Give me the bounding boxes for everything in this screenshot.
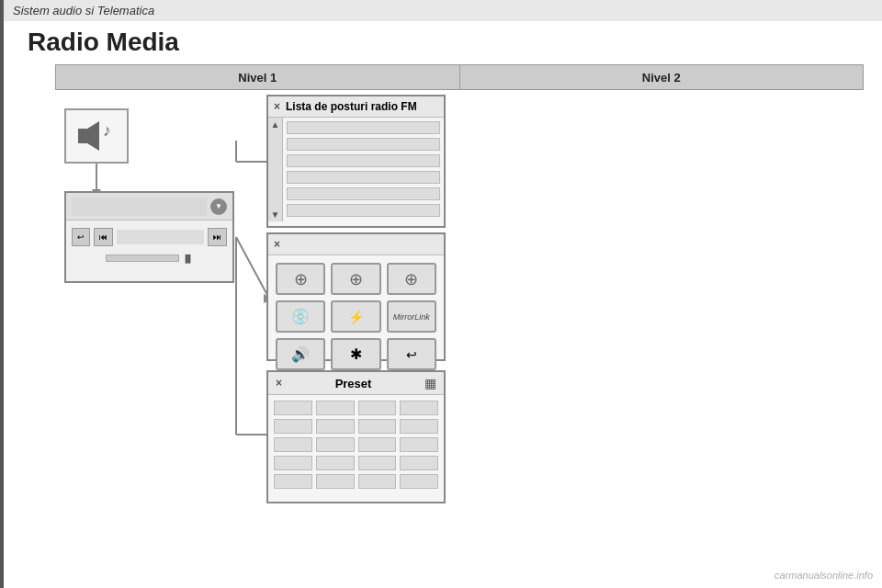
list-item[interactable] — [287, 187, 440, 200]
source-close-btn[interactable]: × — [274, 238, 280, 251]
preset-item[interactable] — [400, 401, 438, 415]
source-media-btn[interactable]: ⊕ — [331, 263, 380, 295]
preset-item[interactable] — [274, 437, 312, 452]
preset-item[interactable] — [274, 456, 312, 470]
source-panel: × ⊕ ⊕ ⊕ 💿 ⚡ MirrorLink — [266, 232, 446, 361]
preset-panel: × Preset ▦ — [266, 370, 446, 503]
source-back-btn[interactable]: ↩ — [387, 338, 436, 370]
fm-list-header: × Lista de posturi radio FM — [268, 96, 444, 118]
connectors — [55, 90, 864, 570]
mirrorlink-icon: MirrorLink — [393, 312, 430, 322]
source-grid: ⊕ ⊕ ⊕ 💿 ⚡ MirrorLink 🔊 ✱ — [268, 255, 444, 378]
preset-title: Preset — [335, 377, 372, 390]
scroll-up-arrow[interactable]: ▲ — [271, 119, 280, 130]
source-cd-btn[interactable]: 💿 — [276, 300, 325, 333]
preset-grid — [268, 395, 444, 494]
bluetooth-icon: ✱ — [350, 345, 362, 363]
media-player-controls: ↩ ⏮ ⏭ — [66, 220, 232, 253]
preset-item[interactable] — [400, 456, 438, 470]
source-nav-btn[interactable]: ⊕ — [387, 263, 436, 295]
list-item[interactable] — [287, 138, 440, 151]
level1-header: Nivel 1 — [56, 65, 460, 89]
level2-header: Nivel 2 — [460, 65, 864, 89]
source-aux-btn[interactable]: 🔊 — [276, 338, 325, 370]
usb-icon: ⚡ — [348, 310, 364, 324]
next-icon: ⏭ — [213, 232, 221, 242]
radio-icon-box: ♪ — [64, 108, 129, 164]
preset-item[interactable] — [316, 437, 355, 452]
preset-item[interactable] — [274, 419, 312, 434]
fm-list-title: Lista de posturi radio FM — [286, 100, 417, 113]
svg-rect-10 — [78, 129, 87, 143]
page-title: Radio Media — [28, 28, 179, 57]
media-player-box[interactable]: ▼ ↩ ⏮ ⏭ ▐▌ — [64, 191, 234, 283]
source-btn[interactable]: ↩ — [72, 228, 90, 246]
preset-item[interactable] — [358, 474, 397, 489]
header-title: Sistem audio si Telematica — [13, 4, 154, 17]
preset-item[interactable] — [400, 437, 438, 452]
media-circle-icon: ⊕ — [349, 269, 363, 289]
top-bar: Sistem audio si Telematica — [0, 0, 882, 21]
preset-item[interactable] — [358, 456, 397, 470]
list-item[interactable] — [287, 171, 440, 184]
preset-item[interactable] — [316, 401, 355, 415]
media-player-top: ▼ — [66, 193, 232, 220]
list-item[interactable] — [287, 121, 440, 134]
aux-icon: 🔊 — [291, 345, 310, 363]
preset-close-btn[interactable]: × — [276, 377, 282, 390]
media-player-screen — [72, 198, 207, 216]
preset-item[interactable] — [400, 474, 438, 489]
preset-item[interactable] — [274, 401, 312, 415]
preset-item[interactable] — [316, 419, 355, 434]
cd-icon: 💿 — [291, 308, 310, 325]
fm-close-btn[interactable]: × — [274, 100, 280, 113]
source-icon: ↩ — [77, 232, 85, 242]
preset-item[interactable] — [316, 456, 355, 470]
source-mirrorlink-btn[interactable]: MirrorLink — [387, 300, 436, 333]
time-display: ▐▌ — [183, 254, 193, 263]
svg-marker-11 — [87, 121, 99, 151]
svg-text:♪: ♪ — [103, 121, 111, 140]
fm-list — [283, 118, 444, 221]
next-btn[interactable]: ⏭ — [208, 228, 227, 246]
fm-list-panel: × Lista de posturi radio FM ▲ ▼ — [266, 95, 446, 228]
left-accent — [0, 0, 4, 588]
list-item[interactable] — [287, 204, 440, 217]
fm-scrollbar[interactable]: ▲ ▼ — [268, 118, 283, 221]
progress-bar — [117, 230, 204, 244]
radio-icon: ♪ — [74, 118, 119, 154]
prev-icon: ⏮ — [99, 232, 107, 242]
level-header: Nivel 1 Nivel 2 — [55, 64, 864, 90]
prev-btn[interactable]: ⏮ — [94, 228, 113, 246]
preset-item[interactable] — [400, 419, 438, 434]
radio-circle-icon: ⊕ — [294, 269, 308, 289]
fm-list-scroll: ▲ ▼ — [268, 118, 444, 221]
preset-item[interactable] — [358, 401, 397, 415]
source-usb-btn[interactable]: ⚡ — [331, 300, 380, 333]
preset-item[interactable] — [274, 474, 312, 489]
main-area: ♪ ▼ ↩ ⏮ ⏭ ▐▌ × — [55, 90, 864, 570]
svg-line-5 — [236, 237, 268, 297]
source-header: × — [268, 234, 444, 255]
media-player-menu-btn[interactable]: ▼ — [210, 198, 227, 215]
list-item[interactable] — [287, 154, 440, 167]
watermark: carmanualsonline.info — [775, 570, 873, 581]
scroll-down-arrow[interactable]: ▼ — [271, 209, 280, 220]
menu-icon: ▼ — [215, 202, 222, 210]
seek-bar[interactable] — [106, 254, 179, 262]
preset-header: × Preset ▦ — [268, 372, 444, 395]
source-bt-btn[interactable]: ✱ — [331, 338, 380, 370]
preset-item[interactable] — [358, 419, 397, 434]
source-radio-btn[interactable]: ⊕ — [276, 263, 325, 295]
preset-edit-icon[interactable]: ▦ — [424, 376, 436, 390]
nav-circle-icon: ⊕ — [404, 269, 418, 289]
back-icon: ↩ — [406, 347, 417, 362]
preset-item[interactable] — [358, 437, 397, 452]
preset-item[interactable] — [316, 474, 355, 489]
